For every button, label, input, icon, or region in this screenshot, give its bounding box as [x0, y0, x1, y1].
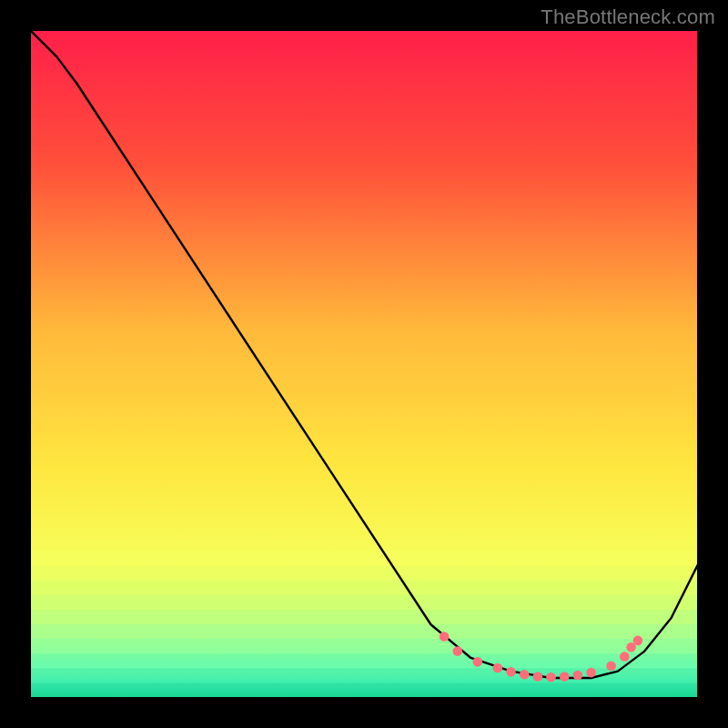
highlight-point — [506, 667, 516, 677]
highlight-point — [472, 657, 482, 667]
highlight-point — [493, 663, 503, 673]
band — [30, 624, 698, 640]
band — [30, 566, 698, 581]
highlight-point — [440, 632, 450, 642]
highlight-point — [560, 672, 570, 682]
highlight-point — [520, 670, 530, 680]
highlight-point — [573, 671, 583, 681]
highlight-point — [620, 652, 630, 662]
band — [30, 595, 698, 611]
band — [30, 654, 698, 670]
attribution-label: TheBottleneck.com — [541, 5, 715, 29]
chart-frame: TheBottleneck.com — [0, 0, 728, 728]
highlight-point — [586, 668, 596, 678]
chart-svg — [30, 30, 698, 698]
highlight-point — [533, 672, 543, 682]
plot-area — [30, 30, 698, 698]
band — [30, 683, 698, 698]
highlight-point — [633, 636, 643, 646]
highlight-point — [606, 661, 616, 671]
highlight-point — [452, 646, 462, 656]
band — [30, 610, 698, 625]
highlight-point — [546, 672, 556, 682]
band — [30, 639, 698, 654]
band — [30, 581, 698, 596]
band — [30, 551, 698, 567]
